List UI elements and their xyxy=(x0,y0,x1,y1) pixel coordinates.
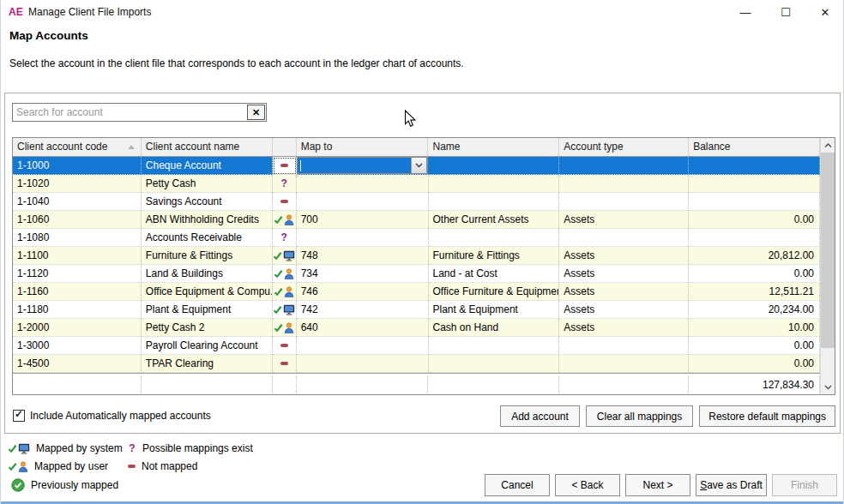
column-header-balance[interactable]: Balance xyxy=(689,138,820,156)
cell-client-account-code[interactable]: 1-1000 xyxy=(13,157,142,175)
cell-client-account-code[interactable]: 1-1100 xyxy=(13,247,142,265)
cell-mapping-status[interactable] xyxy=(273,247,297,265)
cell-mapping-status[interactable] xyxy=(273,193,297,211)
cell-client-account-code[interactable]: 1-1080 xyxy=(13,229,142,247)
cell-name[interactable] xyxy=(429,355,560,373)
cell-balance[interactable] xyxy=(689,157,820,175)
table-row[interactable]: 1-3000Payroll Clearing Account0.00 xyxy=(13,337,820,355)
clear-all-mappings-button[interactable]: Clear all mappings xyxy=(586,405,693,427)
cell-balance[interactable]: 0.00 xyxy=(689,265,820,283)
cell-name[interactable]: Land - at Cost xyxy=(429,265,560,283)
cell-account-type[interactable] xyxy=(559,157,689,175)
cell-client-account-code[interactable]: 1-1160 xyxy=(13,283,142,301)
column-header-name[interactable]: Name xyxy=(428,138,559,156)
include-auto-mapped-option[interactable]: ✓ Include Automatically mapped accounts xyxy=(13,410,211,422)
table-row[interactable]: 1-1080Accounts Receivable? xyxy=(13,229,820,247)
cell-account-type[interactable]: Assets xyxy=(559,211,689,229)
next-button[interactable]: Next > xyxy=(625,474,690,496)
table-row[interactable]: 1-1160Office Equipment & Compu...746Offi… xyxy=(13,283,820,301)
cell-mapping-status[interactable] xyxy=(273,265,297,283)
column-header-icons[interactable] xyxy=(273,138,297,156)
column-header-account-type[interactable]: Account type xyxy=(559,138,689,156)
cell-map-to[interactable] xyxy=(297,229,429,247)
cell-account-type[interactable]: Assets xyxy=(559,283,689,301)
cell-client-account-name[interactable]: Land & Buildings xyxy=(142,265,273,283)
search-input[interactable] xyxy=(13,104,246,121)
cell-map-to[interactable] xyxy=(297,175,429,193)
cell-client-account-code[interactable]: 1-1060 xyxy=(13,211,142,229)
cell-name[interactable]: Office Furniture & Equipment xyxy=(429,283,560,301)
cell-account-type[interactable]: Assets xyxy=(559,265,689,283)
cell-name[interactable]: Other Current Assets xyxy=(429,211,560,229)
cell-map-to[interactable]: 748 xyxy=(297,247,429,265)
cell-client-account-name[interactable]: TPAR Clearing xyxy=(142,355,273,373)
cell-account-type[interactable] xyxy=(559,337,689,355)
cell-client-account-name[interactable]: Accounts Receivable xyxy=(142,229,273,247)
cell-client-account-code[interactable]: 1-1040 xyxy=(13,193,142,211)
cell-mapping-status[interactable] xyxy=(273,301,297,319)
cell-name[interactable]: Plant & Equipment xyxy=(429,301,560,319)
cell-client-account-code[interactable]: 1-1180 xyxy=(13,301,142,319)
cell-balance[interactable] xyxy=(689,229,820,247)
cell-balance[interactable] xyxy=(689,175,820,193)
cell-mapping-status[interactable] xyxy=(273,283,297,301)
cell-balance[interactable]: 0.00 xyxy=(689,355,820,373)
cell-account-type[interactable] xyxy=(559,193,689,211)
cell-account-type[interactable] xyxy=(559,229,689,247)
cell-client-account-code[interactable]: 1-4500 xyxy=(13,355,142,373)
cell-mapping-status[interactable] xyxy=(273,157,297,175)
cell-name[interactable] xyxy=(429,229,560,247)
cell-name[interactable] xyxy=(428,157,559,175)
cell-client-account-name[interactable]: Payroll Clearing Account xyxy=(142,337,273,355)
cell-balance[interactable]: 0.00 xyxy=(689,211,820,229)
cell-map-to[interactable] xyxy=(297,193,429,211)
cell-mapping-status[interactable] xyxy=(273,211,297,229)
cell-map-to[interactable]: 734 xyxy=(297,265,429,283)
cell-mapping-status[interactable] xyxy=(273,319,297,337)
search-clear-button[interactable]: ✕ xyxy=(247,105,265,120)
cell-balance[interactable]: 20,812.00 xyxy=(689,247,820,265)
cell-balance[interactable]: 12,511.21 xyxy=(689,283,820,301)
table-row[interactable]: 1-1120Land & Buildings734Land - at CostA… xyxy=(13,265,820,283)
table-row[interactable]: 1-4500TPAR Clearing0.00 xyxy=(13,355,820,373)
cell-map-to[interactable] xyxy=(297,337,429,355)
cancel-button[interactable]: Cancel xyxy=(485,474,550,496)
cell-map-to[interactable] xyxy=(297,157,429,175)
table-row[interactable]: 1-1060ABN Withholding Credits700Other Cu… xyxy=(13,211,820,229)
cell-client-account-name[interactable]: Furniture & Fittings xyxy=(142,247,273,265)
cell-client-account-name[interactable]: Cheque Account xyxy=(142,157,273,175)
cell-mapping-status[interactable] xyxy=(273,337,297,355)
combobox-dropdown-button[interactable] xyxy=(411,158,426,173)
cell-client-account-name[interactable]: Office Equipment & Compu... xyxy=(142,283,273,301)
cell-client-account-code[interactable]: 1-2000 xyxy=(13,319,142,337)
minimize-button[interactable]: — xyxy=(732,2,758,22)
include-auto-mapped-checkbox[interactable]: ✓ xyxy=(13,410,25,422)
cell-name[interactable]: Cash on Hand xyxy=(429,319,560,337)
cell-map-to[interactable]: 700 xyxy=(297,211,429,229)
cell-name[interactable] xyxy=(429,337,560,355)
map-to-combobox[interactable] xyxy=(297,157,428,174)
cell-client-account-code[interactable]: 1-1120 xyxy=(13,265,142,283)
cell-account-type[interactable] xyxy=(559,355,689,373)
scroll-down-icon[interactable] xyxy=(821,380,835,394)
add-account-button[interactable]: Add account xyxy=(500,405,580,427)
cell-name[interactable] xyxy=(429,175,560,193)
cell-account-type[interactable]: Assets xyxy=(559,319,689,337)
column-header-map-to[interactable]: Map to xyxy=(297,138,429,156)
table-row[interactable]: 1-2000Petty Cash 2640Cash on HandAssets1… xyxy=(13,319,820,337)
scrollbar-thumb[interactable] xyxy=(821,153,835,348)
restore-default-mappings-button[interactable]: Restore default mappings xyxy=(699,405,835,427)
cell-map-to[interactable] xyxy=(297,355,429,373)
cell-client-account-code[interactable]: 1-1020 xyxy=(13,175,142,193)
cell-balance[interactable]: 10.00 xyxy=(689,319,820,337)
column-header-client-account-code[interactable]: Client account code xyxy=(13,138,142,156)
vertical-scrollbar[interactable] xyxy=(820,138,835,394)
cell-name[interactable] xyxy=(429,193,560,211)
table-row[interactable]: 1-1020Petty Cash? xyxy=(13,175,820,193)
cell-account-type[interactable]: Assets xyxy=(559,247,689,265)
cell-map-to[interactable]: 640 xyxy=(297,319,429,337)
back-button[interactable]: < Back xyxy=(555,474,620,496)
cell-mapping-status[interactable]: ? xyxy=(273,175,297,193)
cell-client-account-name[interactable]: Savings Account xyxy=(142,193,273,211)
scroll-up-icon[interactable] xyxy=(821,138,835,153)
